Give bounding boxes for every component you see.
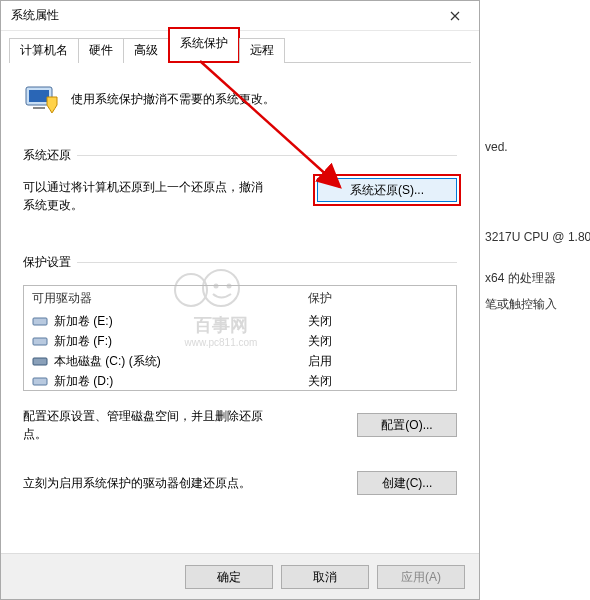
shield-monitor-icon — [23, 81, 59, 117]
system-properties-dialog: 系统属性 计算机名 硬件 高级 系统保护 远程 使用系统保护撤消不需要的系统更改… — [0, 0, 480, 600]
intro-text: 使用系统保护撤消不需要的系统更改。 — [71, 91, 275, 108]
protection-heading: 保护设置 — [23, 254, 71, 271]
restore-heading: 系统还原 — [23, 147, 71, 164]
cancel-button[interactable]: 取消 — [281, 565, 369, 589]
restore-description: 可以通过将计算机还原到上一个还原点，撤消系统更改。 — [23, 178, 273, 214]
tab-computer-name[interactable]: 计算机名 — [9, 38, 79, 63]
col-header-protection: 保护 — [308, 290, 448, 307]
bg-text: 3217U CPU @ 1.80 — [485, 230, 590, 244]
drive-icon — [32, 375, 48, 387]
dialog-footer: 确定 取消 应用(A) — [1, 553, 479, 599]
drive-status: 关闭 — [308, 333, 448, 350]
drive-status: 启用 — [308, 353, 448, 370]
drive-row[interactable]: 新加卷 (D:) 关闭 — [24, 371, 456, 391]
tab-strip: 计算机名 硬件 高级 系统保护 远程 — [9, 39, 471, 63]
svg-rect-3 — [33, 318, 47, 325]
bg-text: x64 的处理器 — [485, 270, 556, 287]
ok-button[interactable]: 确定 — [185, 565, 273, 589]
tab-content: 使用系统保护撤消不需要的系统更改。 系统还原 可以通过将计算机还原到上一个还原点… — [1, 63, 479, 553]
bg-text: 笔或触控输入 — [485, 296, 557, 313]
drives-scroll[interactable]: 新加卷 (E:) 关闭 新加卷 (F:) 关闭 本地磁盘 (C:) (系统) 启… — [24, 311, 456, 391]
tab-system-protection[interactable]: 系统保护 — [168, 27, 240, 63]
drive-name: 新加卷 (E:) — [54, 313, 308, 330]
drive-name: 本地磁盘 (C:) (系统) — [54, 353, 308, 370]
close-icon — [450, 11, 460, 21]
tab-hardware[interactable]: 硬件 — [78, 38, 124, 63]
drive-row[interactable]: 新加卷 (E:) 关闭 — [24, 311, 456, 331]
svg-rect-6 — [33, 378, 47, 385]
svg-rect-4 — [33, 338, 47, 345]
drives-list: 可用驱动器 保护 新加卷 (E:) 关闭 新加卷 (F:) 关闭 本地磁盘 (C… — [23, 285, 457, 391]
drive-row[interactable]: 新加卷 (F:) 关闭 — [24, 331, 456, 351]
drive-icon — [32, 335, 48, 347]
drive-icon — [32, 315, 48, 327]
bg-text: ved. — [485, 140, 508, 154]
tab-advanced[interactable]: 高级 — [123, 38, 169, 63]
drive-status: 关闭 — [308, 373, 448, 390]
svg-rect-2 — [33, 107, 45, 109]
col-header-drive: 可用驱动器 — [32, 290, 308, 307]
svg-rect-5 — [33, 358, 47, 365]
tab-remote[interactable]: 远程 — [239, 38, 285, 63]
configure-button[interactable]: 配置(O)... — [357, 413, 457, 437]
configure-description: 配置还原设置、管理磁盘空间，并且删除还原点。 — [23, 407, 273, 443]
drive-row[interactable]: 本地磁盘 (C:) (系统) 启用 — [24, 351, 456, 371]
create-button[interactable]: 创建(C)... — [357, 471, 457, 495]
drive-status: 关闭 — [308, 313, 448, 330]
system-restore-button[interactable]: 系统还原(S)... — [317, 178, 457, 202]
svg-rect-1 — [29, 90, 49, 102]
window-title: 系统属性 — [11, 7, 432, 24]
create-description: 立刻为启用系统保护的驱动器创建还原点。 — [23, 474, 273, 492]
titlebar: 系统属性 — [1, 1, 479, 31]
drive-name: 新加卷 (F:) — [54, 333, 308, 350]
close-button[interactable] — [432, 2, 477, 30]
drive-name: 新加卷 (D:) — [54, 373, 308, 390]
drive-icon — [32, 355, 48, 367]
apply-button[interactable]: 应用(A) — [377, 565, 465, 589]
